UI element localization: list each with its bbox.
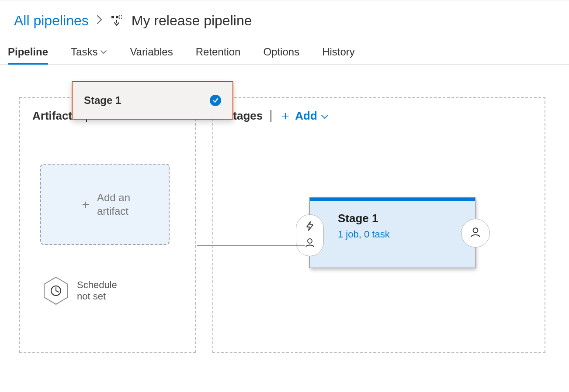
schedule-line2: not set bbox=[77, 291, 117, 302]
tab-variables[interactable]: Variables bbox=[130, 39, 173, 64]
person-icon bbox=[305, 237, 315, 250]
tasks-dropdown-item[interactable]: Stage 1 bbox=[72, 81, 233, 120]
hexagon-clock-icon bbox=[43, 276, 69, 305]
chevron-down-icon bbox=[100, 48, 107, 55]
tab-history[interactable]: History bbox=[322, 39, 355, 64]
artifacts-panel: Artifacts ＋ Add ＋ Add an artifact bbox=[19, 97, 196, 353]
add-artifact-line1: Add an bbox=[97, 191, 130, 204]
schedule-line1: Schedule bbox=[77, 279, 117, 291]
tasks-dropdown-stage-label: Stage 1 bbox=[84, 94, 121, 107]
person-icon bbox=[470, 227, 481, 240]
stage-tasks-link[interactable]: 1 job, 0 task bbox=[338, 229, 465, 240]
schedule-button[interactable]: Schedule not set bbox=[43, 276, 183, 305]
tab-pipeline[interactable]: Pipeline bbox=[8, 39, 48, 64]
tab-retention[interactable]: Retention bbox=[196, 39, 241, 64]
stage-name: Stage 1 bbox=[338, 212, 465, 225]
tab-tasks-label: Tasks bbox=[71, 46, 97, 58]
stages-panel-header: Stages ＋ Add bbox=[226, 109, 532, 123]
svg-rect-1 bbox=[116, 16, 118, 18]
checkmark-circle-icon bbox=[210, 95, 221, 106]
add-artifact-text: Add an artifact bbox=[97, 191, 130, 218]
stage-accent-bar bbox=[310, 198, 475, 201]
post-deployment-conditions-button[interactable] bbox=[461, 219, 490, 248]
trigger-icon bbox=[305, 221, 315, 233]
page-title: My release pipeline bbox=[132, 13, 252, 29]
stage-card[interactable]: Stage 1 1 job, 0 task bbox=[309, 197, 475, 268]
svg-point-5 bbox=[308, 239, 312, 243]
add-artifact-card[interactable]: ＋ Add an artifact bbox=[40, 164, 170, 245]
plus-icon: ＋ bbox=[279, 112, 291, 120]
plus-icon: ＋ bbox=[80, 196, 92, 213]
tab-tasks[interactable]: Tasks bbox=[71, 39, 107, 64]
add-stage-link[interactable]: ＋ Add bbox=[279, 109, 329, 123]
svg-rect-2 bbox=[119, 16, 122, 18]
schedule-text: Schedule not set bbox=[77, 279, 117, 302]
add-stage-label: Add bbox=[295, 109, 317, 123]
chevron-right-icon bbox=[97, 15, 103, 27]
connector-line bbox=[197, 245, 305, 246]
breadcrumb-root-link[interactable]: All pipelines bbox=[14, 13, 89, 29]
stages-panel: Stages ＋ Add Stage 1 1 job, 0 task bbox=[212, 97, 545, 353]
release-pipeline-icon bbox=[111, 15, 123, 27]
add-artifact-line2: artifact bbox=[97, 204, 130, 218]
breadcrumb: All pipelines My release pipeline bbox=[0, 0, 569, 39]
pre-deployment-conditions-button[interactable] bbox=[296, 214, 324, 256]
svg-point-6 bbox=[473, 228, 478, 233]
svg-rect-0 bbox=[111, 16, 114, 18]
header-divider bbox=[271, 110, 271, 122]
tab-options[interactable]: Options bbox=[263, 39, 299, 64]
chevron-down-icon bbox=[321, 109, 329, 123]
tab-bar: Pipeline Tasks Variables Retention Optio… bbox=[0, 39, 569, 65]
